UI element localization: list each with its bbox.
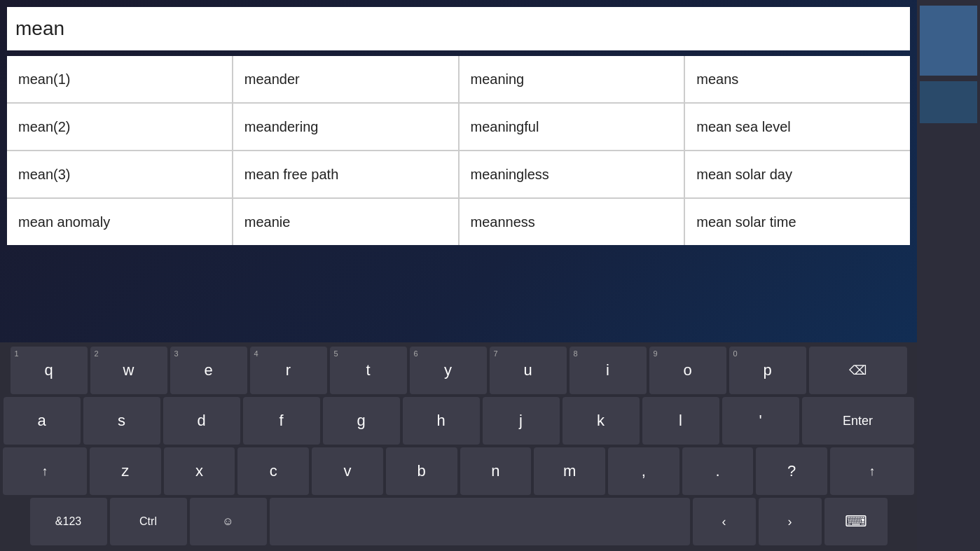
suggestion-mean_solar_time[interactable]: mean solar time xyxy=(685,199,910,245)
keyboard-row-row1: 1q2w3e4r5t6y7u8i9o0p⌫ xyxy=(3,347,914,394)
key-shift_right[interactable]: ↑ xyxy=(830,447,914,495)
suggestion-meaningful[interactable]: meaningful xyxy=(460,104,684,150)
suggestion-meander[interactable]: meander xyxy=(233,56,458,102)
key-e[interactable]: 3e xyxy=(170,347,247,394)
keyboard-row-row4: &123Ctrl☺‹›⌨ xyxy=(3,498,914,545)
suggestion-mean2[interactable]: mean(2) xyxy=(7,104,232,150)
key-arrow_right[interactable]: › xyxy=(759,498,822,545)
suggestion-mean_anomaly[interactable]: mean anomaly xyxy=(7,199,232,245)
key-m[interactable]: m xyxy=(534,447,605,495)
key-arrow_left[interactable]: ‹ xyxy=(693,498,756,545)
key-o[interactable]: 9o xyxy=(649,347,726,394)
key-z[interactable]: z xyxy=(90,447,161,495)
key-h[interactable]: h xyxy=(403,397,480,445)
suggestion-mean3[interactable]: mean(3) xyxy=(7,151,232,197)
suggestion-meaningless[interactable]: meaningless xyxy=(460,151,684,197)
key-i[interactable]: 8i xyxy=(570,347,647,394)
keyboard: 1q2w3e4r5t6y7u8i9o0p⌫asdfghjkl'Enter↑zxc… xyxy=(0,342,917,551)
key-shift_left[interactable]: ↑ xyxy=(3,447,87,495)
suggestions-grid: mean(1)meandermeaningmeansmean(2)meander… xyxy=(7,56,910,245)
key-emoji[interactable]: ☺ xyxy=(190,498,267,545)
suggestion-means[interactable]: means xyxy=(685,56,910,102)
key-period[interactable]: . xyxy=(682,447,754,495)
key-l[interactable]: l xyxy=(642,397,719,445)
key-question[interactable]: ? xyxy=(756,447,827,495)
word-card[interactable] xyxy=(920,6,977,76)
key-space[interactable] xyxy=(270,498,690,545)
key-s[interactable]: s xyxy=(83,397,160,445)
key-n[interactable]: n xyxy=(460,447,532,495)
suggestion-meanness[interactable]: meanness xyxy=(460,199,684,245)
key-a[interactable]: a xyxy=(4,397,81,445)
key-r[interactable]: 4r xyxy=(250,347,327,394)
key-v[interactable]: v xyxy=(312,447,383,495)
key-t[interactable]: 5t xyxy=(330,347,407,394)
key-keyboard_hide[interactable]: ⌨ xyxy=(824,498,888,545)
key-w[interactable]: 2w xyxy=(90,347,167,394)
key-p[interactable]: 0p xyxy=(729,347,806,394)
suggestion-mean_free_path[interactable]: mean free path xyxy=(233,151,458,197)
keyboard-row-row3: ↑zxcvbnm,.?↑ xyxy=(3,447,914,495)
right-panel xyxy=(917,0,980,551)
key-ctrl[interactable]: Ctrl xyxy=(110,498,187,545)
suggestion-meandering[interactable]: meandering xyxy=(233,104,458,150)
about-card[interactable] xyxy=(920,81,977,123)
search-bar xyxy=(7,7,910,50)
key-backspace[interactable]: ⌫ xyxy=(809,347,907,394)
suggestion-meaning[interactable]: meaning xyxy=(460,56,684,102)
search-input[interactable] xyxy=(15,18,876,40)
key-x[interactable]: x xyxy=(164,447,235,495)
key-comma[interactable]: , xyxy=(608,447,679,495)
key-y[interactable]: 6y xyxy=(410,347,487,394)
suggestion-mean1[interactable]: mean(1) xyxy=(7,56,232,102)
key-b[interactable]: b xyxy=(386,447,457,495)
keyboard-row-row2: asdfghjkl'Enter xyxy=(3,397,914,445)
key-u[interactable]: 7u xyxy=(490,347,567,394)
key-enter[interactable]: Enter xyxy=(802,397,914,445)
suggestion-mean_solar_day[interactable]: mean solar day xyxy=(685,151,910,197)
key-j[interactable]: j xyxy=(483,397,560,445)
key-k[interactable]: k xyxy=(563,397,640,445)
key-c[interactable]: c xyxy=(237,447,309,495)
key-apostrophe[interactable]: ' xyxy=(722,397,799,445)
key-q[interactable]: 1q xyxy=(11,347,88,394)
key-d[interactable]: d xyxy=(163,397,240,445)
key-f[interactable]: f xyxy=(243,397,320,445)
clear-button[interactable] xyxy=(876,16,902,41)
suggestion-meanie[interactable]: meanie xyxy=(233,199,458,245)
suggestion-mean_sea_level[interactable]: mean sea level xyxy=(685,104,910,150)
key-amp123[interactable]: &123 xyxy=(30,498,107,545)
key-g[interactable]: g xyxy=(323,397,400,445)
